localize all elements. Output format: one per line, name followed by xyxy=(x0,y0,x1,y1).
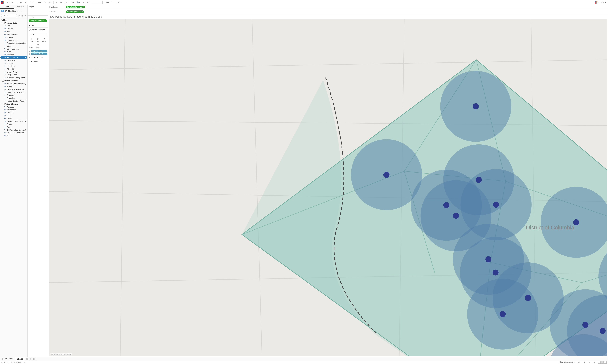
new-dashboard-tab[interactable]: ⊞ xyxy=(29,357,32,361)
sheet-2-tab[interactable]: Sheet 2 xyxy=(15,357,25,361)
datasource-item[interactable]: DC_Neighborhoods xyxy=(0,9,27,13)
field-type[interactable]: AbcType xyxy=(0,50,27,53)
data-source-tab[interactable]: Data Source xyxy=(0,357,15,361)
field-name-police-sectors-[interactable]: AbcNAME (Police Sectors) xyxy=(0,82,27,85)
menu-caret-icon[interactable]: ▾ xyxy=(24,14,26,17)
tooltip-button[interactable]: 💬Tooltip xyxy=(35,43,41,49)
station-dot[interactable] xyxy=(525,295,531,301)
table-group-stations[interactable]: ▾Police_Stations xyxy=(0,102,27,105)
field-name[interactable]: AbcName xyxy=(0,30,27,33)
field-servicecode[interactable]: AbcServicecode xyxy=(0,39,27,41)
view-single-icon[interactable] xyxy=(604,361,607,364)
mark-type-dropdown[interactable]: Circle xyxy=(28,33,47,36)
field-city[interactable]: ⊕City xyxy=(0,24,27,27)
new-worksheet-tab[interactable]: ▦ xyxy=(25,357,29,361)
field-streetaddress[interactable]: AbcStreetaddress xyxy=(0,47,27,50)
field-objectid-police-sect-[interactable]: #OBJECTID (Police Sect... xyxy=(0,91,27,94)
fit-button[interactable]: ▣▾ xyxy=(105,0,110,4)
text-button[interactable]: T xyxy=(81,0,85,4)
filter-icon[interactable]: ▽ xyxy=(18,14,20,17)
field-shapearea[interactable]: #Shapearea xyxy=(0,94,27,96)
table-group-sectors[interactable]: ▾Police_Sectors xyxy=(0,79,27,82)
field-priority[interactable]: AbcPriority xyxy=(0,36,27,39)
field-servicecodedescription[interactable]: AbcServicecodedescription xyxy=(0,41,27,44)
marks-layer-buffers[interactable]: ≣ 3 Mile Buffers xyxy=(28,55,48,60)
new-story-tab[interactable]: ◫ xyxy=(32,357,36,361)
field-objectid[interactable]: #Objectid xyxy=(0,67,27,70)
pause-updates-button[interactable]: ▥▾ xyxy=(23,0,29,4)
field-geometry-police-sect-[interactable]: ⊕Geometry (Police Sect... xyxy=(0,88,27,91)
presentation-button[interactable]: ▭ xyxy=(111,0,115,4)
data-tab[interactable]: Data xyxy=(0,5,14,9)
station-dot[interactable] xyxy=(384,172,390,178)
marks-layer-police-stations[interactable]: Police Stations xyxy=(28,28,48,32)
group-button[interactable]: 📎▾ xyxy=(76,0,81,4)
filter-pill[interactable]: Longitude (generated) xyxy=(28,19,47,22)
label-button[interactable]: TLabel xyxy=(41,37,47,43)
station-dot[interactable] xyxy=(485,256,492,262)
field-contact[interactable]: AbcContact xyxy=(0,111,27,114)
nav-prev-icon[interactable]: ◂ xyxy=(583,361,585,364)
table-group-migrated[interactable]: ▾Migrated Data xyxy=(0,21,27,24)
station-dot[interactable] xyxy=(500,311,506,317)
field-web-url-police-statio-[interactable]: AbcWEB URL (Police Statio... xyxy=(0,131,27,134)
detail-button[interactable]: ⊞Detail xyxy=(28,43,34,49)
share-button[interactable]: ∝ xyxy=(117,0,121,4)
field-address-id[interactable]: AbcAddress Id xyxy=(0,108,27,111)
field-geometry[interactable]: ⊕Geometry xyxy=(0,59,27,62)
nav-next-icon[interactable]: ▸ xyxy=(588,361,590,364)
view-filmstrip-icon[interactable] xyxy=(601,361,604,364)
field-state[interactable]: ⊕State xyxy=(0,44,27,47)
toolbar-search[interactable] xyxy=(92,1,103,4)
field-shape-area[interactable]: #Shape Area xyxy=(0,70,27,73)
map-viz[interactable]: District of Columbia © 2020 Mapbox © Ope… xyxy=(49,19,607,356)
station-dot[interactable] xyxy=(493,270,499,276)
field-sector[interactable]: AbcSector xyxy=(0,85,27,88)
field-shape-leng[interactable]: #Shape Leng xyxy=(0,73,27,76)
field-latitude[interactable]: ⊕Latitude xyxy=(0,62,27,65)
rows-pill[interactable]: Latitude (generated) xyxy=(66,10,84,13)
view-toggle-icon[interactable]: ▦ xyxy=(21,14,23,17)
redo-button[interactable]: → xyxy=(10,0,14,4)
station-dot[interactable] xyxy=(453,213,459,219)
highlight-button[interactable]: ✎▾ xyxy=(70,0,75,4)
marks-layer-sectors[interactable]: ≣ Sectors xyxy=(28,60,48,64)
field-address[interactable]: AbcAddress xyxy=(0,105,27,108)
analytics-tab[interactable]: Analytics xyxy=(14,5,28,9)
field-type-police-stations-[interactable]: AbcTYPE (Police Stations) xyxy=(0,128,27,131)
clear-filter-button[interactable]: ✕ xyxy=(86,0,90,4)
field-fax[interactable]: AbcFAX xyxy=(0,114,27,117)
field-phone[interactable]: AbcPhone xyxy=(0,123,27,126)
nav-first-icon[interactable]: ⇤ xyxy=(578,361,580,364)
user-menu[interactable]: Ashwin Kumar▾ xyxy=(560,362,575,364)
field-311-calls[interactable]: ⊕311 Calls↖ xyxy=(0,56,27,59)
size-button[interactable]: ⦿Size xyxy=(35,37,41,43)
sort-desc-button[interactable]: ↓≡ xyxy=(64,0,68,4)
station-dot[interactable] xyxy=(443,202,449,208)
color-button[interactable]: ⠿Color xyxy=(28,37,34,43)
columns-pill[interactable]: Longitude (generated) xyxy=(66,6,85,8)
rows-shelf[interactable]: ≡Rows Latitude (generated) xyxy=(48,9,608,14)
field-shapelen[interactable]: #Shapelen xyxy=(0,96,27,99)
new-datasource-button[interactable]: ▤ xyxy=(19,0,23,4)
sort-asc-button[interactable]: ↑≡ xyxy=(59,0,63,4)
field-zip[interactable]: AbcZIP xyxy=(0,134,27,137)
nav-last-icon[interactable]: ⇥ xyxy=(593,361,595,364)
field-room[interactable]: AbcRoom xyxy=(0,126,27,128)
clear-button[interactable]: ▨▾ xyxy=(47,0,53,4)
field-search-input[interactable] xyxy=(1,14,17,17)
station-dot[interactable] xyxy=(582,322,588,328)
swap-button[interactable]: ⇄ xyxy=(55,0,59,4)
field-name-police-stations-[interactable]: AbcNAME (Police Stations) xyxy=(0,120,27,123)
field-details[interactable]: AbcDetails xyxy=(0,27,27,30)
view-grid-icon[interactable] xyxy=(598,361,601,364)
field-migrated-data-count-[interactable]: #Migrated Data (Count) xyxy=(0,76,27,79)
new-worksheet-button[interactable]: ▦▾ xyxy=(37,0,42,4)
field-longitude[interactable]: ⊕Longitude xyxy=(0,65,27,67)
filters-shelf[interactable]: Filters Longitude (generated) xyxy=(28,16,48,23)
pages-shelf[interactable]: Pages xyxy=(28,5,48,16)
columns-shelf[interactable]: ⦀Columns Longitude (generated) xyxy=(48,5,608,9)
station-dot[interactable] xyxy=(599,328,606,334)
station-dot[interactable] xyxy=(476,177,482,183)
refresh-button[interactable]: ⟳▾ xyxy=(29,0,35,4)
